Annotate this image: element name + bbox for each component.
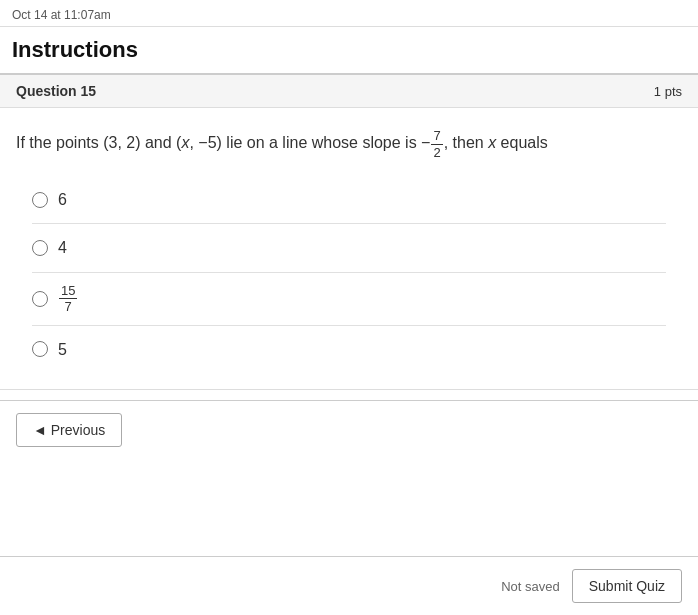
question-points: 1 pts: [654, 84, 682, 99]
answer-fraction-15-7: 15 7: [59, 283, 77, 315]
question-header: Question 15 1 pts: [0, 75, 698, 108]
page-title: Instructions: [0, 27, 698, 75]
question-number: Question 15: [16, 83, 96, 99]
answer-label-4[interactable]: 4: [58, 234, 67, 261]
radio-option-4[interactable]: [32, 240, 48, 256]
not-saved-text: Not saved: [501, 579, 560, 594]
question-text: If the points (3, 2) and (x, −5) lie on …: [16, 128, 682, 160]
question-body: If the points (3, 2) and (x, −5) lie on …: [0, 108, 698, 390]
answer-option-6[interactable]: 6: [32, 176, 666, 224]
slope-fraction: 72: [431, 128, 442, 160]
bottom-nav: ◄ Previous: [0, 400, 698, 459]
submit-quiz-button[interactable]: Submit Quiz: [572, 569, 682, 603]
radio-option-15-7[interactable]: [32, 291, 48, 307]
radio-option-6[interactable]: [32, 192, 48, 208]
answer-options: 6 4 15 7 5: [16, 176, 682, 373]
answer-label-15-7[interactable]: 15 7: [58, 283, 78, 315]
footer-bar: Not saved Submit Quiz: [0, 556, 698, 615]
timestamp: Oct 14 at 11:07am: [0, 0, 698, 27]
radio-option-5[interactable]: [32, 341, 48, 357]
answer-option-15-7[interactable]: 15 7: [32, 273, 666, 326]
previous-button[interactable]: ◄ Previous: [16, 413, 122, 447]
question-section: Question 15 1 pts If the points (3, 2) a…: [0, 75, 698, 390]
answer-label-5[interactable]: 5: [58, 336, 67, 363]
answer-option-5[interactable]: 5: [32, 326, 666, 373]
answer-option-4[interactable]: 4: [32, 224, 666, 272]
answer-label-6[interactable]: 6: [58, 186, 67, 213]
